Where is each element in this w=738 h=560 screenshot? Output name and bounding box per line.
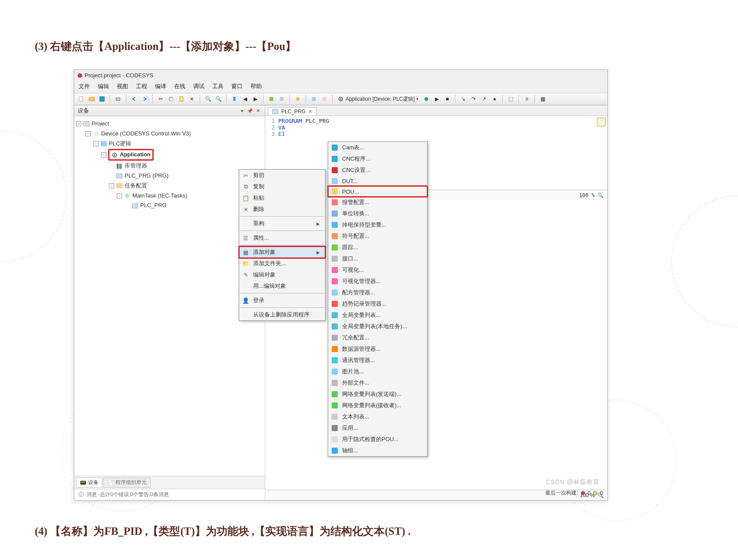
menu-help[interactable]: 帮助 bbox=[250, 82, 262, 90]
submenu-item[interactable]: 接口... bbox=[328, 253, 427, 264]
new-icon[interactable] bbox=[77, 95, 86, 103]
submenu-item[interactable]: 文本列表... bbox=[328, 411, 427, 422]
panel-close-icon[interactable]: ✕ bbox=[254, 108, 261, 114]
find-icon[interactable]: 🔍 bbox=[204, 95, 212, 103]
context-menu-item[interactable]: 📋粘贴 bbox=[239, 192, 325, 204]
context-menu-item[interactable]: ✕删除 bbox=[239, 204, 325, 215]
tree-plc-prg[interactable]: PLC_PRG (PRG) bbox=[76, 171, 263, 181]
stop-icon[interactable]: ■ bbox=[443, 95, 451, 103]
redo-icon[interactable] bbox=[140, 95, 149, 103]
context-menu-item[interactable]: ▦添加对象▶ bbox=[239, 246, 326, 258]
submenu-item[interactable]: DUT... bbox=[328, 176, 427, 186]
tool-b-icon[interactable]: ≡ bbox=[522, 95, 531, 103]
tree-application[interactable]: − Application bbox=[76, 148, 263, 161]
submenu-item[interactable]: 掉电保持型变量... bbox=[328, 219, 427, 231]
login3-icon[interactable] bbox=[422, 95, 431, 103]
tool-a-icon[interactable]: ⬚ bbox=[506, 95, 515, 103]
find-next-icon[interactable]: 🔍 bbox=[214, 95, 223, 103]
build2-icon[interactable] bbox=[277, 95, 286, 103]
context-menu-item[interactable]: ⧉复制 bbox=[239, 181, 325, 192]
menu-edit[interactable]: 编辑 bbox=[98, 82, 109, 90]
context-menu-item[interactable]: ✎编辑对象 bbox=[239, 269, 325, 280]
sim-icon[interactable] bbox=[293, 95, 302, 103]
submenu-item[interactable]: 跟踪... bbox=[328, 242, 427, 253]
submenu-item[interactable]: CNC设置... bbox=[328, 165, 427, 176]
messages-status[interactable]: ⓘ 消息 -总计0个错误,0个警告,0条消息 bbox=[74, 489, 265, 500]
submenu-item[interactable]: 单位转换... bbox=[328, 208, 427, 219]
submenu-item[interactable]: 轴组... bbox=[328, 445, 427, 456]
submenu-item[interactable]: POU... bbox=[328, 186, 427, 197]
menu-view[interactable]: 视图 bbox=[117, 82, 128, 90]
tab-pou[interactable]: 📄 程序组织单元 bbox=[103, 478, 151, 488]
toggle-icon[interactable]: − bbox=[109, 183, 114, 188]
context-menu-item[interactable]: 从设备上删除应用程序 bbox=[239, 309, 325, 320]
menu-online[interactable]: 在线 bbox=[174, 82, 185, 90]
submenu-item[interactable]: 全局变量列表(本地任务)... bbox=[328, 321, 427, 332]
step-over-icon[interactable]: ↷ bbox=[469, 95, 478, 103]
toggle-icon[interactable]: − bbox=[93, 141, 99, 146]
close-tab-icon[interactable]: ✕ bbox=[308, 109, 313, 115]
submenu-item[interactable]: 可视化管理器... bbox=[328, 276, 427, 287]
open-icon[interactable] bbox=[87, 95, 96, 103]
build-icon[interactable] bbox=[267, 95, 276, 103]
logout-icon[interactable] bbox=[320, 95, 329, 103]
submenu-item[interactable]: 数据源管理器... bbox=[328, 343, 427, 355]
bookmark-icon[interactable] bbox=[230, 95, 239, 103]
menu-debug[interactable]: 调试 bbox=[193, 82, 204, 90]
delete-icon[interactable]: ✕ bbox=[188, 95, 196, 103]
submenu-item[interactable]: CNC程序... bbox=[328, 153, 427, 165]
context-menu-item[interactable]: 用...编辑对象 bbox=[239, 280, 325, 292]
tool-c-icon[interactable]: ▦ bbox=[538, 95, 547, 103]
submenu-item[interactable]: 用于隐式检查的POU... bbox=[328, 434, 427, 445]
submenu-item[interactable]: 网络变量列表(接收者)... bbox=[328, 400, 427, 411]
tree-task-cfg[interactable]: − 任务配置 bbox=[76, 181, 263, 191]
login2-icon[interactable] bbox=[310, 95, 318, 103]
submenu-item[interactable]: 配方管理器... bbox=[328, 287, 427, 298]
zoom-icon[interactable]: 🔍 bbox=[597, 192, 604, 198]
step-out-icon[interactable]: ↗ bbox=[480, 95, 488, 103]
cut-icon[interactable]: ✂ bbox=[156, 95, 165, 103]
bookmark-next-icon[interactable]: ▶ bbox=[251, 95, 260, 103]
bookmark-prev-icon[interactable]: ◀ bbox=[241, 95, 249, 103]
submenu-item[interactable]: Cam表... bbox=[328, 142, 427, 153]
tree-plc-prg-2[interactable]: PLC_PRG bbox=[76, 201, 263, 211]
tree-device[interactable]: − Device (CODESYS Control Win V3) bbox=[76, 129, 263, 139]
submenu-item[interactable]: 报警配置... bbox=[328, 197, 427, 208]
toggle-icon[interactable]: − bbox=[76, 121, 81, 126]
tree-plc-logic[interactable]: − PLC逻辑 bbox=[76, 139, 263, 149]
menu-tools[interactable]: 工具 bbox=[212, 82, 224, 90]
context-menu-item[interactable]: ☰属性... bbox=[239, 232, 325, 244]
submenu-item[interactable]: 网络变量列表(发送端)... bbox=[328, 389, 427, 400]
menu-window[interactable]: 窗口 bbox=[231, 82, 243, 90]
save-icon[interactable] bbox=[98, 95, 106, 103]
panel-pin-icon[interactable]: 📌 bbox=[247, 108, 254, 114]
context-menu-item[interactable]: 📁添加文件夹... bbox=[239, 258, 325, 269]
tree-maintask[interactable]: − MainTask (IEC-Tasks) bbox=[76, 191, 263, 201]
tab-devices[interactable]: 📟 设备 bbox=[76, 478, 102, 488]
toggle-icon[interactable]: − bbox=[117, 193, 122, 198]
context-menu-item[interactable]: ✂剪切 bbox=[239, 170, 325, 181]
toggle-icon[interactable]: − bbox=[101, 152, 106, 158]
submenu-item[interactable]: 符号配置... bbox=[328, 231, 427, 242]
editor-tab-plc-prg[interactable]: PLC_PRG ✕ bbox=[268, 107, 316, 115]
start-icon[interactable]: ▶ bbox=[432, 95, 441, 103]
panel-dropdown-icon[interactable]: ▾ bbox=[239, 108, 246, 114]
submenu-item[interactable]: 外部文件... bbox=[328, 377, 427, 389]
submenu-item[interactable]: 通讯管理器... bbox=[328, 355, 427, 366]
breakpoint-icon[interactable]: ● bbox=[490, 95, 499, 103]
submenu-item[interactable]: 应用... bbox=[328, 422, 427, 434]
undo-icon[interactable] bbox=[130, 95, 138, 103]
paste-icon[interactable] bbox=[177, 95, 186, 103]
toggle-icon[interactable]: − bbox=[86, 131, 91, 136]
tree-project[interactable]: − Project bbox=[76, 119, 263, 129]
context-menu-item[interactable]: 👤登录 bbox=[239, 295, 325, 306]
tree-lib-mgr[interactable]: 库管理器 bbox=[76, 161, 263, 171]
submenu-item[interactable]: 全局变量列表... bbox=[328, 310, 427, 321]
submenu-item[interactable]: 趋势记录管理器... bbox=[328, 298, 427, 310]
print-icon[interactable] bbox=[114, 95, 122, 103]
submenu-item[interactable]: 可视化... bbox=[328, 264, 427, 276]
editor-toggle-icon[interactable] bbox=[597, 118, 606, 126]
submenu-item[interactable]: 冗余配置... bbox=[328, 332, 427, 343]
app-selector[interactable]: Application [Device: PLC逻辑] ▾ bbox=[336, 96, 420, 103]
submenu-item[interactable]: 图片池... bbox=[328, 366, 427, 377]
